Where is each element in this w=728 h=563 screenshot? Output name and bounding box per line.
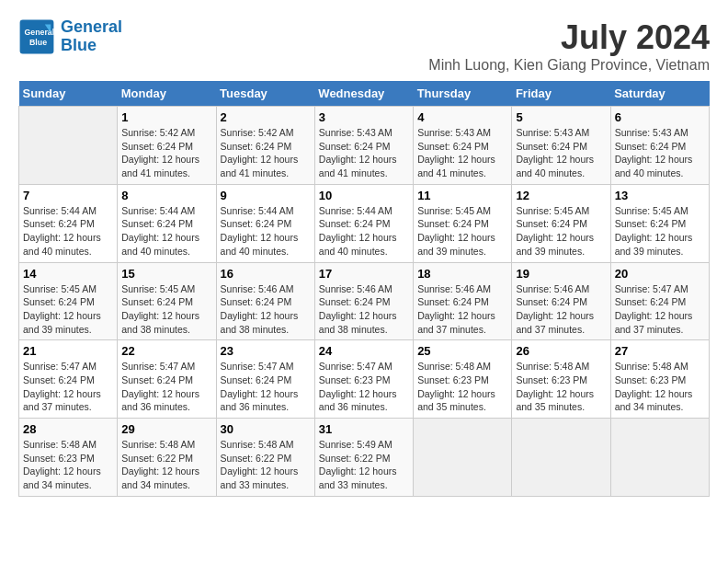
day-number: 3 bbox=[319, 110, 409, 124]
day-info: Sunrise: 5:47 AM Sunset: 6:24 PM Dayligh… bbox=[23, 360, 113, 414]
calendar-cell bbox=[19, 107, 118, 185]
calendar-cell bbox=[610, 419, 709, 497]
calendar-cell: 18Sunrise: 5:46 AM Sunset: 6:24 PM Dayli… bbox=[414, 262, 512, 340]
page-header: General Blue General Blue July 2024 Minh… bbox=[18, 18, 710, 74]
day-number: 8 bbox=[121, 189, 211, 202]
day-info: Sunrise: 5:48 AM Sunset: 6:23 PM Dayligh… bbox=[615, 360, 705, 414]
calendar-cell: 27Sunrise: 5:48 AM Sunset: 6:23 PM Dayli… bbox=[610, 340, 709, 419]
calendar-cell: 4Sunrise: 5:43 AM Sunset: 6:24 PM Daylig… bbox=[414, 107, 512, 185]
day-info: Sunrise: 5:43 AM Sunset: 6:24 PM Dayligh… bbox=[319, 126, 409, 180]
calendar-cell: 22Sunrise: 5:47 AM Sunset: 6:24 PM Dayli… bbox=[118, 340, 216, 419]
day-info: Sunrise: 5:48 AM Sunset: 6:22 PM Dayligh… bbox=[121, 438, 211, 492]
calendar-week-5: 28Sunrise: 5:48 AM Sunset: 6:23 PM Dayli… bbox=[19, 419, 710, 497]
day-info: Sunrise: 5:48 AM Sunset: 6:23 PM Dayligh… bbox=[417, 360, 507, 414]
day-number: 14 bbox=[23, 267, 113, 281]
calendar-cell: 10Sunrise: 5:44 AM Sunset: 6:24 PM Dayli… bbox=[314, 184, 413, 262]
day-info: Sunrise: 5:49 AM Sunset: 6:22 PM Dayligh… bbox=[319, 438, 409, 492]
day-number: 24 bbox=[319, 344, 409, 358]
day-number: 20 bbox=[615, 267, 705, 281]
day-number: 28 bbox=[23, 422, 113, 436]
day-number: 12 bbox=[516, 189, 606, 202]
day-info: Sunrise: 5:45 AM Sunset: 6:24 PM Dayligh… bbox=[516, 204, 606, 259]
day-number: 11 bbox=[417, 189, 507, 202]
calendar-cell: 2Sunrise: 5:42 AM Sunset: 6:24 PM Daylig… bbox=[216, 107, 314, 185]
calendar-cell bbox=[414, 419, 512, 497]
calendar-cell: 3Sunrise: 5:43 AM Sunset: 6:24 PM Daylig… bbox=[314, 107, 413, 185]
day-number: 7 bbox=[23, 189, 113, 202]
day-info: Sunrise: 5:43 AM Sunset: 6:24 PM Dayligh… bbox=[417, 126, 507, 180]
logo-icon: General Blue bbox=[18, 18, 55, 55]
day-info: Sunrise: 5:44 AM Sunset: 6:24 PM Dayligh… bbox=[319, 204, 409, 259]
day-number: 29 bbox=[121, 422, 211, 436]
calendar-week-4: 21Sunrise: 5:47 AM Sunset: 6:24 PM Dayli… bbox=[19, 340, 710, 419]
day-info: Sunrise: 5:45 AM Sunset: 6:24 PM Dayligh… bbox=[417, 204, 507, 259]
calendar-cell: 8Sunrise: 5:44 AM Sunset: 6:24 PM Daylig… bbox=[118, 184, 216, 262]
calendar-cell: 31Sunrise: 5:49 AM Sunset: 6:22 PM Dayli… bbox=[314, 419, 413, 497]
day-info: Sunrise: 5:45 AM Sunset: 6:24 PM Dayligh… bbox=[121, 282, 211, 337]
day-info: Sunrise: 5:44 AM Sunset: 6:24 PM Dayligh… bbox=[121, 204, 211, 259]
calendar-cell: 19Sunrise: 5:46 AM Sunset: 6:24 PM Dayli… bbox=[512, 262, 610, 340]
day-info: Sunrise: 5:43 AM Sunset: 6:24 PM Dayligh… bbox=[615, 126, 705, 180]
day-info: Sunrise: 5:48 AM Sunset: 6:23 PM Dayligh… bbox=[516, 360, 606, 414]
day-info: Sunrise: 5:45 AM Sunset: 6:24 PM Dayligh… bbox=[23, 282, 113, 337]
calendar-cell: 24Sunrise: 5:47 AM Sunset: 6:23 PM Dayli… bbox=[314, 340, 413, 419]
calendar-cell: 15Sunrise: 5:45 AM Sunset: 6:24 PM Dayli… bbox=[118, 262, 216, 340]
calendar-cell: 25Sunrise: 5:48 AM Sunset: 6:23 PM Dayli… bbox=[414, 340, 512, 419]
weekday-header-saturday: Saturday bbox=[610, 81, 709, 107]
calendar-cell: 23Sunrise: 5:47 AM Sunset: 6:24 PM Dayli… bbox=[216, 340, 314, 419]
day-info: Sunrise: 5:46 AM Sunset: 6:24 PM Dayligh… bbox=[319, 282, 409, 337]
calendar-week-1: 1Sunrise: 5:42 AM Sunset: 6:24 PM Daylig… bbox=[19, 107, 710, 185]
weekday-header-wednesday: Wednesday bbox=[314, 81, 413, 107]
day-info: Sunrise: 5:47 AM Sunset: 6:24 PM Dayligh… bbox=[121, 360, 211, 414]
day-number: 22 bbox=[121, 344, 211, 358]
calendar-cell: 20Sunrise: 5:47 AM Sunset: 6:24 PM Dayli… bbox=[610, 262, 709, 340]
calendar-cell: 12Sunrise: 5:45 AM Sunset: 6:24 PM Dayli… bbox=[512, 184, 610, 262]
day-number: 26 bbox=[516, 344, 606, 358]
calendar-table: SundayMondayTuesdayWednesdayThursdayFrid… bbox=[18, 81, 710, 497]
calendar-cell: 28Sunrise: 5:48 AM Sunset: 6:23 PM Dayli… bbox=[19, 419, 118, 497]
calendar-week-2: 7Sunrise: 5:44 AM Sunset: 6:24 PM Daylig… bbox=[19, 184, 710, 262]
logo: General Blue General Blue bbox=[18, 18, 122, 55]
day-number: 16 bbox=[221, 267, 311, 281]
day-info: Sunrise: 5:47 AM Sunset: 6:24 PM Dayligh… bbox=[221, 360, 311, 414]
day-info: Sunrise: 5:48 AM Sunset: 6:23 PM Dayligh… bbox=[23, 438, 113, 492]
day-number: 25 bbox=[417, 344, 507, 358]
calendar-week-3: 14Sunrise: 5:45 AM Sunset: 6:24 PM Dayli… bbox=[19, 262, 710, 340]
main-title: July 2024 bbox=[428, 18, 710, 57]
day-number: 6 bbox=[615, 110, 705, 124]
calendar-cell: 1Sunrise: 5:42 AM Sunset: 6:24 PM Daylig… bbox=[118, 107, 216, 185]
day-info: Sunrise: 5:47 AM Sunset: 6:24 PM Dayligh… bbox=[615, 282, 705, 337]
day-info: Sunrise: 5:46 AM Sunset: 6:24 PM Dayligh… bbox=[417, 282, 507, 337]
calendar-cell: 5Sunrise: 5:43 AM Sunset: 6:24 PM Daylig… bbox=[512, 107, 610, 185]
calendar-cell: 30Sunrise: 5:48 AM Sunset: 6:22 PM Dayli… bbox=[216, 419, 314, 497]
day-number: 19 bbox=[516, 267, 606, 281]
day-info: Sunrise: 5:45 AM Sunset: 6:24 PM Dayligh… bbox=[615, 204, 705, 259]
day-info: Sunrise: 5:43 AM Sunset: 6:24 PM Dayligh… bbox=[516, 126, 606, 180]
day-number: 1 bbox=[121, 110, 211, 124]
logo-text: General Blue bbox=[61, 18, 122, 55]
calendar-cell: 26Sunrise: 5:48 AM Sunset: 6:23 PM Dayli… bbox=[512, 340, 610, 419]
day-info: Sunrise: 5:46 AM Sunset: 6:24 PM Dayligh… bbox=[516, 282, 606, 337]
day-number: 9 bbox=[221, 189, 311, 202]
weekday-header-row: SundayMondayTuesdayWednesdayThursdayFrid… bbox=[19, 81, 710, 107]
day-info: Sunrise: 5:47 AM Sunset: 6:23 PM Dayligh… bbox=[319, 360, 409, 414]
day-number: 15 bbox=[121, 267, 211, 281]
day-number: 17 bbox=[319, 267, 409, 281]
day-number: 27 bbox=[615, 344, 705, 358]
day-number: 23 bbox=[221, 344, 311, 358]
calendar-cell: 6Sunrise: 5:43 AM Sunset: 6:24 PM Daylig… bbox=[610, 107, 709, 185]
calendar-cell: 17Sunrise: 5:46 AM Sunset: 6:24 PM Dayli… bbox=[314, 262, 413, 340]
subtitle: Minh Luong, Kien Giang Province, Vietnam bbox=[428, 57, 710, 74]
day-number: 4 bbox=[417, 110, 507, 124]
day-number: 21 bbox=[23, 344, 113, 358]
calendar-cell: 11Sunrise: 5:45 AM Sunset: 6:24 PM Dayli… bbox=[414, 184, 512, 262]
day-number: 30 bbox=[221, 422, 311, 436]
day-info: Sunrise: 5:42 AM Sunset: 6:24 PM Dayligh… bbox=[221, 126, 311, 180]
calendar-cell: 7Sunrise: 5:44 AM Sunset: 6:24 PM Daylig… bbox=[19, 184, 118, 262]
weekday-header-monday: Monday bbox=[118, 81, 216, 107]
title-block: July 2024 Minh Luong, Kien Giang Provinc… bbox=[428, 18, 710, 74]
svg-text:Blue: Blue bbox=[29, 38, 47, 47]
calendar-cell: 9Sunrise: 5:44 AM Sunset: 6:24 PM Daylig… bbox=[216, 184, 314, 262]
calendar-cell: 29Sunrise: 5:48 AM Sunset: 6:22 PM Dayli… bbox=[118, 419, 216, 497]
day-number: 18 bbox=[417, 267, 507, 281]
